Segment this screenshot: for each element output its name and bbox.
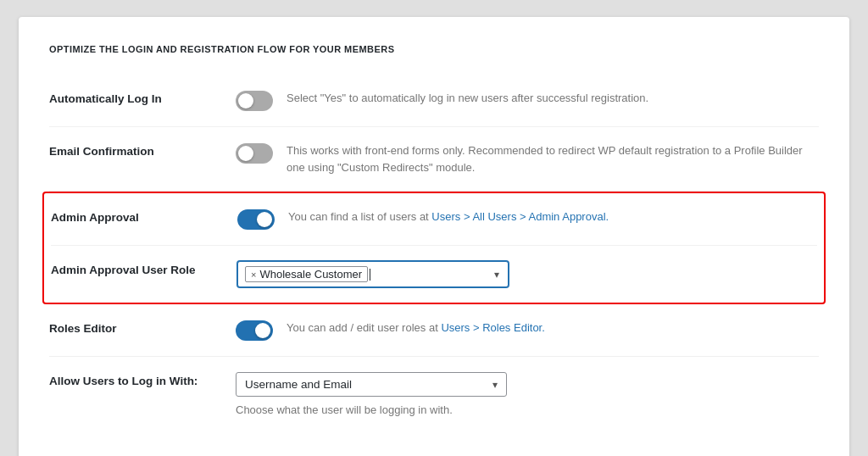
email-confirmation-thumb xyxy=(238,146,253,161)
email-confirmation-toggle[interactable] xyxy=(236,143,273,164)
roles-editor-track[interactable] xyxy=(236,320,273,341)
setting-row-roles-editor: Roles Editor You can add / edit user rol… xyxy=(49,304,819,357)
roles-editor-toggle[interactable] xyxy=(236,320,273,341)
roles-editor-thumb xyxy=(255,323,270,338)
email-confirmation-desc: This works with front-end forms only. Re… xyxy=(287,142,819,175)
admin-approval-control: You can find a list of users at Users > … xyxy=(237,209,817,230)
user-role-select[interactable]: × Wholesale Customer ▾ xyxy=(237,261,509,287)
remove-tag-icon[interactable]: × xyxy=(251,270,256,280)
admin-approval-label: Admin Approval xyxy=(51,209,237,224)
admin-approval-track[interactable] xyxy=(237,209,275,230)
auto-login-desc: Select "Yes" to automatically log in new… xyxy=(287,90,819,107)
admin-approval-link[interactable]: Users > All Users > Admin Approval. xyxy=(431,210,609,223)
allow-login-control: Username and Email ▾ Choose what the use… xyxy=(236,372,819,419)
allow-login-chevron-icon: ▾ xyxy=(492,379,498,391)
auto-login-thumb xyxy=(238,93,253,108)
roles-editor-desc-text: You can add / edit user roles at xyxy=(287,321,441,334)
allow-login-label: Allow Users to Log in With: xyxy=(49,372,236,387)
auto-login-label: Automatically Log In xyxy=(49,90,236,105)
settings-card: OPTIMIZE THE LOGIN AND REGISTRATION FLOW… xyxy=(19,17,849,456)
allow-login-desc: Choose what the user will be logging in … xyxy=(236,402,453,419)
roles-editor-label: Roles Editor xyxy=(49,320,236,335)
email-confirmation-track[interactable] xyxy=(236,143,273,164)
highlighted-section: Admin Approval You can find a list of us… xyxy=(42,192,826,304)
setting-row-email-confirmation: Email Confirmation This works with front… xyxy=(49,127,819,192)
roles-editor-control: You can add / edit user roles at Users >… xyxy=(236,320,819,341)
allow-login-select[interactable]: Username and Email ▾ xyxy=(236,372,507,397)
setting-row-allow-login: Allow Users to Log in With: Username and… xyxy=(49,357,819,434)
setting-row-admin-approval: Admin Approval You can find a list of us… xyxy=(51,193,817,246)
admin-approval-toggle[interactable] xyxy=(237,209,275,230)
auto-login-toggle[interactable] xyxy=(236,91,273,111)
page-title: OPTIMIZE THE LOGIN AND REGISTRATION FLOW… xyxy=(49,44,819,54)
admin-approval-user-role-control: × Wholesale Customer ▾ xyxy=(237,261,817,287)
setting-row-admin-approval-user-role: Admin Approval User Role × Wholesale Cus… xyxy=(51,246,817,303)
admin-approval-desc-text: You can find a list of users at xyxy=(288,210,431,223)
roles-editor-link[interactable]: Users > Roles Editor. xyxy=(441,321,544,334)
email-confirmation-label: Email Confirmation xyxy=(49,142,236,158)
setting-row-auto-login: Automatically Log In Select "Yes" to aut… xyxy=(49,75,819,127)
admin-approval-thumb xyxy=(257,212,272,227)
user-role-chevron-icon: ▾ xyxy=(494,269,499,281)
auto-login-track[interactable] xyxy=(236,91,273,111)
user-role-tag-label: Wholesale Customer xyxy=(259,268,362,281)
roles-editor-desc: You can add / edit user roles at Users >… xyxy=(287,320,819,336)
admin-approval-user-role-label: Admin Approval User Role xyxy=(51,261,237,276)
select-cursor xyxy=(370,269,370,281)
allow-login-selected-value: Username and Email xyxy=(245,378,476,391)
auto-login-control: Select "Yes" to automatically log in new… xyxy=(236,90,819,111)
admin-approval-desc: You can find a list of users at Users > … xyxy=(288,209,817,225)
user-role-tag: × Wholesale Customer xyxy=(245,266,368,282)
email-confirmation-control: This works with front-end forms only. Re… xyxy=(236,142,819,175)
